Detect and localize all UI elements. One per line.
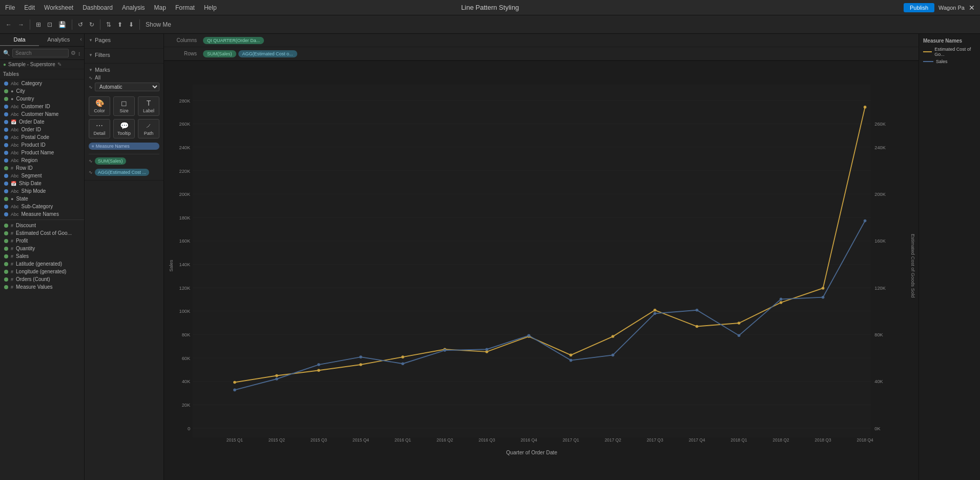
undo-button[interactable]: ↺ — [75, 19, 86, 30]
field-ship-date[interactable]: 📅 Ship Date — [0, 179, 84, 187]
svg-text:200K: 200K — [179, 192, 191, 197]
pages-collapse-icon[interactable]: ▼ — [89, 38, 93, 43]
tooltip-button[interactable]: 💬 Tooltip — [113, 119, 135, 138]
field-measure-values[interactable]: # Measure Values — [0, 283, 84, 291]
color-icon: 🎨 — [95, 99, 104, 107]
back-button[interactable]: ← — [3, 19, 14, 30]
save-button[interactable]: 💾 — [56, 19, 69, 30]
columns-pill-quarter[interactable]: QI QUARTER(Order Da... — [203, 37, 264, 44]
field-dot — [4, 247, 8, 251]
field-measure-names[interactable]: Abc Measure Names — [0, 210, 84, 218]
rows-pills: SUM(Sales) AGG(Estimated Cost o... — [201, 50, 918, 57]
sort-icon[interactable]: ↕ — [78, 50, 81, 56]
svg-point-59 — [233, 381, 236, 384]
datasource-edit-icon[interactable]: ✎ — [57, 62, 62, 67]
field-product-name[interactable]: Abc Product Name — [0, 149, 84, 156]
tab-analytics[interactable]: Analytics — [39, 34, 78, 46]
swap-button[interactable]: ⇅ — [104, 19, 114, 30]
field-state[interactable]: ● State — [0, 195, 84, 203]
menu-analysis[interactable]: Analysis — [122, 4, 145, 11]
forward-button[interactable]: → — [15, 19, 27, 30]
marks-type-dropdown[interactable]: Automatic Line Bar Area — [95, 83, 159, 91]
field-quantity[interactable]: # Quantity — [0, 245, 84, 252]
marks-all-icon: ∿ — [89, 75, 93, 81]
color-button[interactable]: 🎨 Color — [89, 96, 110, 116]
fields-list: Abc Category ● City ● Country Abc Custom… — [0, 79, 84, 480]
search-input[interactable] — [12, 49, 69, 57]
size-button[interactable]: ◻ Size — [113, 96, 135, 116]
field-order-date[interactable]: 📅 Order Date — [0, 118, 84, 126]
field-postal-code[interactable]: Abc Postal Code — [0, 133, 84, 141]
legend-item-sales: Sales — [923, 59, 976, 64]
show-me-button[interactable]: Show Me — [143, 19, 174, 30]
field-customer-name[interactable]: Abc Customer Name — [0, 110, 84, 118]
rows-pill-sales[interactable]: SUM(Sales) — [203, 50, 236, 57]
menu-worksheet[interactable]: Worksheet — [44, 4, 73, 11]
field-category[interactable]: Abc Category — [0, 79, 84, 87]
field-latitude[interactable]: # Latitude (generated) — [0, 260, 84, 268]
field-discount[interactable]: # Discount — [0, 222, 84, 229]
sort-desc-button[interactable]: ⬇ — [126, 19, 136, 30]
field-profit[interactable]: # Profit — [0, 237, 84, 245]
field-estimated-cost[interactable]: # Estimated Cost of Goo... — [0, 229, 84, 237]
field-dot — [4, 143, 8, 147]
menu-help[interactable]: Help — [204, 4, 217, 11]
svg-text:0: 0 — [188, 426, 190, 431]
field-city[interactable]: ● City — [0, 87, 84, 95]
field-customer-id[interactable]: Abc Customer ID — [0, 103, 84, 110]
detail-button[interactable]: ⋯ Detail — [89, 119, 110, 138]
menu-file[interactable]: File — [5, 4, 15, 11]
field-product-id[interactable]: Abc Product ID — [0, 141, 84, 149]
field-sub-category[interactable]: Abc Sub-Category — [0, 203, 84, 210]
field-region[interactable]: Abc Region — [0, 156, 84, 164]
marks-type-selector: ∿ Automatic Line Bar Area — [89, 83, 159, 91]
close-button[interactable]: ✕ — [969, 4, 975, 12]
datasource-label[interactable]: Sample - Superstore — [8, 62, 55, 67]
svg-point-90 — [864, 219, 867, 223]
field-orders-count[interactable]: # Orders (Count) — [0, 275, 84, 283]
field-row-id[interactable]: # Row ID — [0, 164, 84, 172]
marks-label: Marks — [95, 67, 110, 73]
menu-edit[interactable]: Edit — [24, 4, 35, 11]
agg-estimated-cost-pill[interactable]: AGG(Estimated Cost ... — [95, 169, 149, 176]
field-sales[interactable]: # Sales — [0, 252, 84, 260]
field-country[interactable]: ● Country — [0, 95, 84, 103]
sort-asc-button[interactable]: ⬆ — [115, 19, 125, 30]
svg-text:140K: 140K — [179, 262, 191, 267]
measure-names-pill[interactable]: ≡ Measure Names — [89, 143, 159, 150]
rows-pill-estimated[interactable]: AGG(Estimated Cost o... — [238, 50, 297, 57]
new-worksheet-button[interactable]: ⊞ — [33, 19, 44, 30]
redo-button[interactable]: ↻ — [87, 19, 97, 30]
field-dot — [4, 239, 8, 243]
filters-collapse-icon[interactable]: ▼ — [89, 53, 93, 57]
menu-dashboard[interactable]: Dashboard — [83, 4, 113, 11]
field-order-id[interactable]: Abc Order ID — [0, 126, 84, 133]
path-label: Path — [144, 131, 154, 136]
field-dot — [4, 205, 8, 209]
chart-area: Columns QI QUARTER(Order Da... Rows SUM(… — [164, 34, 918, 480]
field-longitude[interactable]: # Longitude (generated) — [0, 268, 84, 275]
label-button[interactable]: T Label — [138, 96, 159, 116]
menu-format[interactable]: Format — [175, 4, 195, 11]
marks-measure-names: ≡ Measure Names — [89, 143, 159, 150]
panel-collapse-button[interactable]: ‹ — [78, 34, 84, 46]
svg-text:200K: 200K — [874, 192, 886, 197]
svg-point-80 — [443, 349, 446, 352]
field-ship-mode[interactable]: Abc Ship Mode — [0, 187, 84, 195]
sum-sales-pill[interactable]: SUM(Sales) — [95, 157, 126, 165]
svg-text:100K: 100K — [179, 309, 191, 314]
field-segment[interactable]: Abc Segment — [0, 172, 84, 179]
measure-names-icon: ≡ — [92, 144, 94, 149]
publish-button[interactable]: Publish — [904, 3, 934, 12]
measures-separator — [0, 219, 84, 220]
path-button[interactable]: ⟋ Path — [138, 119, 159, 138]
duplicate-button[interactable]: ⊡ — [45, 19, 55, 30]
user-label: Wagon Pa — [938, 5, 965, 11]
menu-map[interactable]: Map — [154, 4, 166, 11]
tab-data[interactable]: Data — [0, 34, 39, 46]
columns-label: Columns — [164, 37, 201, 43]
svg-point-72 — [780, 301, 783, 304]
marks-collapse-icon[interactable]: ▼ — [89, 68, 93, 72]
svg-point-83 — [569, 359, 573, 362]
filter-icon[interactable]: ⚙ — [71, 50, 76, 56]
